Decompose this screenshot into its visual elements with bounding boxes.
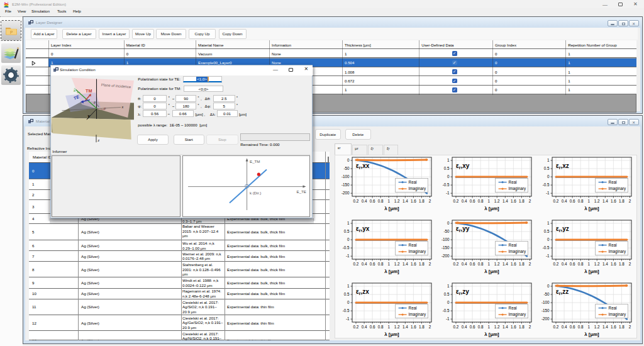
svg-text:1.4: 1.4 (602, 324, 608, 328)
svg-text:0: 0 (447, 174, 450, 179)
svg-text:0.5: 0.5 (344, 292, 350, 296)
svg-text:-50: -50 (543, 292, 550, 296)
svg-text:1.4: 1.4 (602, 262, 608, 266)
svg-text:-1: -1 (346, 254, 350, 258)
svg-text:0: 0 (447, 221, 450, 225)
svg-text:0.4: 0.4 (562, 324, 567, 328)
svg-text:1.2: 1.2 (494, 199, 500, 203)
svg-text:0.6: 0.6 (470, 199, 475, 203)
svg-text:0.4: 0.4 (362, 262, 367, 266)
svg-text:0.8: 0.8 (378, 262, 384, 266)
svg-text:-0.5: -0.5 (343, 308, 350, 313)
svg-text:0.4: 0.4 (362, 199, 367, 203)
svg-text:0.2: 0.2 (353, 199, 359, 203)
svg-text:-100: -100 (541, 300, 550, 304)
svg-text:Imaginary: Imaginary (509, 312, 526, 317)
svg-text:λ [μm]: λ [μm] (584, 206, 599, 211)
svg-text:1.4: 1.4 (502, 324, 508, 328)
svg-text:0: 0 (347, 158, 350, 162)
svg-text:Imaginary: Imaginary (509, 249, 526, 254)
svg-text:1.8: 1.8 (619, 199, 625, 203)
svg-text:0.5: 0.5 (444, 292, 450, 296)
svg-text:1.6: 1.6 (411, 199, 416, 203)
svg-text:2: 2 (629, 262, 631, 266)
svg-text:1.6: 1.6 (611, 324, 616, 328)
svg-text:Real: Real (509, 180, 517, 184)
svg-text:1: 1 (547, 158, 550, 162)
svg-text:εr,yy: εr,yy (456, 225, 470, 233)
svg-text:1: 1 (387, 262, 390, 266)
svg-text:1.6: 1.6 (511, 199, 516, 203)
svg-text:1: 1 (447, 284, 450, 288)
svg-text:x: x (121, 105, 124, 109)
svg-text:1.8: 1.8 (519, 324, 525, 328)
svg-text:1.8: 1.8 (419, 324, 425, 328)
svg-text:0.4: 0.4 (562, 199, 567, 203)
svg-text:0.8: 0.8 (378, 199, 384, 203)
svg-text:y: y (87, 113, 91, 119)
svg-text:-1: -1 (546, 191, 550, 195)
svg-text:1.2: 1.2 (394, 199, 400, 203)
svg-text:Imaginary: Imaginary (409, 312, 426, 317)
svg-text:εr,xx: εr,xx (356, 162, 370, 170)
svg-text:1.6: 1.6 (611, 199, 616, 203)
svg-text:1.8: 1.8 (519, 199, 525, 203)
svg-text:Imaginary: Imaginary (409, 249, 426, 254)
svg-text:1.2: 1.2 (494, 262, 500, 266)
svg-text:Real: Real (609, 305, 617, 310)
svg-text:-0.5: -0.5 (443, 308, 450, 313)
svg-text:0: 0 (447, 300, 450, 304)
svg-text:0.8: 0.8 (378, 324, 384, 328)
svg-text:1.4: 1.4 (402, 324, 408, 328)
svg-text:Real: Real (509, 305, 517, 310)
svg-text:Imaginary: Imaginary (409, 186, 426, 191)
svg-text:0.4: 0.4 (562, 262, 567, 266)
svg-text:-200: -200 (341, 191, 350, 195)
svg-text:-1: -1 (446, 191, 450, 195)
svg-text:1.4: 1.4 (402, 262, 408, 266)
svg-text:z: z (97, 138, 99, 142)
svg-text:0.6: 0.6 (370, 262, 375, 266)
svg-text:Real: Real (409, 180, 417, 184)
svg-text:0.5: 0.5 (444, 166, 450, 170)
svg-text:-50: -50 (343, 166, 350, 170)
svg-text:0.4: 0.4 (462, 324, 467, 328)
svg-text:1: 1 (587, 324, 590, 328)
svg-text:1.2: 1.2 (594, 199, 600, 203)
svg-text:-100: -100 (441, 237, 450, 242)
svg-text:Real: Real (509, 243, 517, 247)
svg-text:1.8: 1.8 (619, 262, 625, 266)
svg-text:1.4: 1.4 (402, 199, 408, 203)
svg-text:-0.5: -0.5 (343, 245, 350, 250)
svg-text:λ [μm]: λ [μm] (484, 331, 499, 337)
svg-text:1.4: 1.4 (502, 199, 508, 203)
svg-text:-150: -150 (341, 182, 350, 187)
svg-text:1.6: 1.6 (511, 324, 516, 328)
svg-text:-200: -200 (541, 316, 550, 321)
svg-text:λ [μm]: λ [μm] (584, 331, 599, 337)
svg-text:εr,zy: εr,zy (456, 288, 469, 296)
svg-text:1.2: 1.2 (594, 324, 600, 328)
svg-text:0.6: 0.6 (570, 324, 575, 328)
svg-text:0.4: 0.4 (462, 199, 467, 203)
svg-text:0.6: 0.6 (370, 324, 375, 328)
svg-text:E_TE: E_TE (297, 189, 306, 193)
svg-text:Imaginary: Imaginary (609, 249, 626, 254)
svg-text:0.2: 0.2 (553, 199, 559, 203)
svg-text:-1: -1 (446, 316, 450, 321)
svg-text:0.6: 0.6 (570, 199, 575, 203)
svg-text:λ [μm]: λ [μm] (384, 206, 399, 211)
svg-text:-1: -1 (346, 316, 350, 321)
svg-text:εr,xz: εr,xz (556, 162, 569, 170)
svg-text:εr,xy: εr,xy (456, 162, 470, 170)
svg-text:0: 0 (547, 284, 550, 288)
svg-text:0.4: 0.4 (362, 324, 367, 328)
svg-text:Real: Real (409, 305, 417, 310)
svg-text:Real: Real (609, 180, 617, 184)
svg-text:-0.5: -0.5 (543, 245, 550, 250)
svg-text:Real: Real (409, 243, 417, 247)
svg-text:0: 0 (547, 237, 550, 242)
svg-text:εr,zz: εr,zz (556, 288, 569, 296)
svg-text:Imaginary: Imaginary (609, 312, 626, 317)
svg-text:0.2: 0.2 (353, 262, 359, 266)
